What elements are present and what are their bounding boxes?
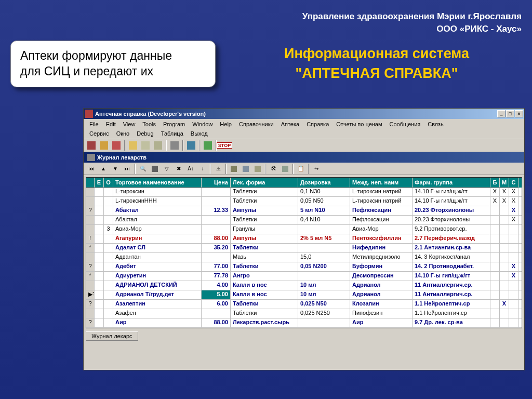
table-row[interactable]: !Агапурин88.00Ампулы2% 5 мл N5Пентоксифи… (86, 234, 522, 244)
toolbar-stop-button[interactable]: STOP (219, 140, 230, 151)
grid-btn-a[interactable] (228, 163, 240, 175)
close-button[interactable]: × (515, 110, 523, 117)
menu-item-edit[interactable]: Edit (102, 120, 119, 128)
menu-item-таблица[interactable]: Таблица (157, 129, 187, 138)
subwindow-title: Журнал лекарств (84, 152, 524, 163)
slide-title: Информационная система "АПТЕЧНАЯ СПРАВКА… (231, 44, 522, 84)
menu-item-tools[interactable]: Tools (139, 120, 159, 128)
toolbar-btn-2[interactable] (98, 140, 110, 151)
toolbar-chart-icon[interactable] (185, 140, 197, 151)
bottom-tab-journal[interactable]: Журнал лекарс (86, 331, 138, 341)
toolbar-run-icon[interactable] (202, 140, 214, 151)
menu-item-связь[interactable]: Связь (424, 120, 447, 128)
menubar-row-2: СервисОкноDebugТаблицаВыход (84, 129, 524, 139)
table-row[interactable]: 3Авиа-МорГранулыАвиа-Мор9.2 Противорвот.… (86, 225, 522, 234)
grid-btn-c[interactable] (252, 163, 263, 175)
filter-icon[interactable] (149, 163, 161, 175)
main-toolbar: STOP (84, 139, 524, 152)
tools-icon[interactable]: 🛠 (268, 163, 279, 175)
warning-icon[interactable]: ⚠ (212, 163, 224, 175)
menubar-row-1: FileEditViewToolsProgramWindowHelpСправо… (84, 119, 524, 129)
toolbar-open-icon[interactable] (127, 140, 139, 151)
menu-item-окно[interactable]: Окно (113, 129, 134, 138)
menu-item-сервис[interactable]: Сервис (86, 129, 113, 138)
table-row[interactable]: АбакталТаблетки0,4 N10Пефлоксацин20.23 Ф… (86, 216, 522, 225)
nav-first-icon[interactable]: ⏮ (86, 163, 97, 175)
clear-filter-icon[interactable]: ✖ (173, 163, 184, 175)
table-row[interactable]: *Адалат СЛ35.20ТаблеткиНифедипин2.1 Анти… (86, 244, 522, 253)
toolbar-paste-icon[interactable] (152, 140, 164, 151)
grid-header: Е О Торговое наименование Цена Лек. форм… (86, 178, 522, 188)
table-row[interactable]: ?Адебит77.00Таблетки0,05 N200Буформин14.… (86, 262, 522, 272)
menu-item-program[interactable]: Program (159, 120, 189, 128)
minimize-button[interactable]: _ (497, 110, 506, 117)
org-header: Управление здравоохранения Мэрии г.Яросл… (302, 10, 522, 35)
menu-item-window[interactable]: Window (189, 120, 216, 128)
app-window: Аптечная справка (Developer's version) _… (83, 108, 525, 370)
bottom-tabs: Журнал лекарс (84, 330, 524, 342)
toolbar-btn-3[interactable] (111, 140, 122, 151)
table-row[interactable]: L-тироксинТаблетки0,1 N30L-тироксин натр… (86, 188, 522, 197)
table-row[interactable]: АзафенТаблетки0,025 N250Пипофезин1.1 Ней… (86, 309, 522, 318)
copy-icon[interactable]: 📋 (295, 163, 307, 175)
table-row[interactable]: *Адиуретин77.78АнгроДесмопрессин14.10 Г-… (86, 272, 522, 281)
app-icon (85, 110, 93, 118)
menu-item-help[interactable]: Help (216, 120, 235, 128)
toolbar-copy-icon[interactable] (140, 140, 151, 151)
menu-item-сообщения[interactable]: Сообщения (386, 120, 424, 128)
grid-toolbar: ⏮ ▲ ▼ ⏭ 🔍 ▽ ✖ A↓ ↓ ⚠ 🛠 📋 ↪ (84, 163, 524, 175)
menu-item-справка[interactable]: Справка (303, 120, 332, 128)
window-title: Аптечная справка (Developer's version) (95, 111, 497, 117)
nav-next-icon[interactable]: ▼ (110, 163, 121, 175)
table-row[interactable]: ?Аир88.00Лекарств.раст.сырьАир9.7 Др. ле… (86, 318, 522, 328)
table-row[interactable]: АДРИАНОЛ ДЕТСКИЙ4.00Капли в нос10 млАдри… (86, 281, 522, 290)
table-row[interactable]: АдвантанМазь15,0Метилпреднизоло14. 3 Кор… (86, 253, 522, 262)
caption-box: Аптеки формируют данные для СИЦ и переда… (10, 41, 216, 87)
nav-last-icon[interactable]: ⏭ (122, 163, 133, 175)
maximize-button[interactable]: □ (506, 110, 514, 117)
menu-item-file[interactable]: File (86, 120, 102, 128)
menu-item-выход[interactable]: Выход (187, 129, 211, 138)
toolbar-btn-1[interactable] (86, 140, 97, 151)
menu-item-отчеты по ценам[interactable]: Отчеты по ценам (332, 120, 385, 128)
table-row[interactable]: ?Абактал12.33Ампулы5 мл N10Пефлоксацин20… (86, 206, 522, 216)
nav-prev-icon[interactable]: ▲ (98, 163, 109, 175)
table-row[interactable]: ▶?Адрианол Т/груд.дет5.00Капли в нос10 м… (86, 290, 522, 300)
menu-item-справочники[interactable]: Справочники (235, 120, 277, 128)
binoculars-icon[interactable]: 🔍 (137, 163, 149, 175)
grid-btn-b[interactable] (240, 163, 251, 175)
toolbar-search-icon[interactable] (169, 140, 180, 151)
funnel-icon[interactable]: ▽ (161, 163, 172, 175)
menu-item-аптека[interactable]: Аптека (277, 120, 303, 128)
menu-item-debug[interactable]: Debug (133, 129, 157, 138)
exit-icon[interactable]: ↪ (311, 163, 322, 175)
grid-btn-d[interactable] (280, 163, 291, 175)
titlebar[interactable]: Аптечная справка (Developer's version) _… (84, 109, 524, 119)
table-row[interactable]: ?Азалептин6.00Таблетки0,025 N50Клозапин1… (86, 300, 522, 309)
data-grid[interactable]: Е О Торговое наименование Цена Лек. форм… (86, 177, 522, 328)
sort-desc-icon[interactable]: ↓ (197, 163, 208, 175)
sort-asc-icon[interactable]: A↓ (185, 163, 196, 175)
menu-item-view[interactable]: View (119, 120, 139, 128)
table-row[interactable]: L-тироксинНННТаблетки0,05 N50L-тироксин … (86, 197, 522, 206)
